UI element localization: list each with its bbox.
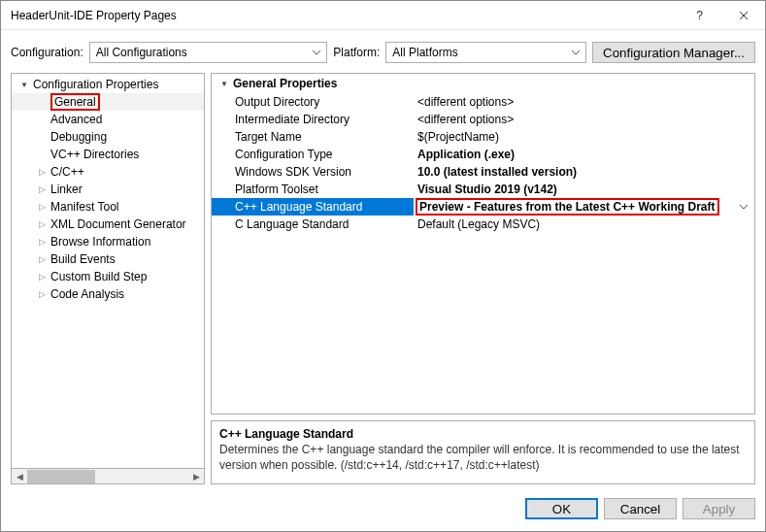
- property-value-text: Default (Legacy MSVC): [417, 217, 540, 231]
- property-value-text: <different options>: [417, 113, 514, 126]
- horizontal-scrollbar[interactable]: ◀ ▶: [11, 469, 205, 484]
- ok-button[interactable]: OK: [525, 498, 598, 519]
- expander-icon[interactable]: [35, 252, 49, 266]
- property-row[interactable]: Target Name$(ProjectName): [212, 128, 754, 146]
- expander-icon[interactable]: [35, 165, 49, 179]
- cancel-button[interactable]: Cancel: [604, 498, 677, 519]
- titlebar: HeaderUnit-IDE Property Pages ?: [1, 1, 765, 30]
- property-value[interactable]: Default (Legacy MSVC): [414, 217, 754, 231]
- dialog-footer: OK Cancel Apply: [1, 490, 765, 531]
- scroll-right-icon[interactable]: ▶: [188, 470, 204, 483]
- toolbar: Configuration: All Configurations Platfo…: [1, 30, 765, 73]
- scroll-left-icon[interactable]: ◀: [12, 470, 27, 483]
- tree-item[interactable]: Linker: [12, 181, 204, 198]
- tree-item[interactable]: General: [12, 93, 204, 111]
- tree-item[interactable]: Build Events: [12, 250, 204, 268]
- tree-item-label: Linker: [50, 183, 83, 196]
- configuration-label: Configuration:: [11, 46, 83, 59]
- configuration-manager-button[interactable]: Configuration Manager...: [592, 42, 755, 63]
- property-value[interactable]: <different options>: [414, 95, 754, 109]
- tree-item[interactable]: VC++ Directories: [12, 146, 204, 163]
- property-row[interactable]: Platform ToolsetVisual Studio 2019 (v142…: [212, 181, 754, 198]
- property-value-text: Visual Studio 2019 (v142): [417, 183, 557, 196]
- property-name: Output Directory: [212, 95, 414, 109]
- chevron-down-icon: [570, 50, 582, 55]
- tree-item[interactable]: Debugging: [12, 128, 204, 146]
- expander-icon[interactable]: [35, 270, 49, 283]
- tree-panel: Configuration PropertiesGeneralAdvancedD…: [11, 73, 205, 484]
- grid-section-title: General Properties: [233, 77, 337, 90]
- description-title: C++ Language Standard: [219, 427, 747, 441]
- tree-item[interactable]: Browse Information: [12, 233, 204, 250]
- body: Configuration PropertiesGeneralAdvancedD…: [1, 73, 765, 490]
- close-button[interactable]: [721, 1, 765, 30]
- property-row[interactable]: C Language StandardDefault (Legacy MSVC): [212, 216, 754, 233]
- property-row[interactable]: Windows SDK Version10.0 (latest installe…: [212, 163, 754, 181]
- tree-item-label: Debugging: [50, 130, 107, 144]
- platform-label: Platform:: [333, 46, 380, 59]
- property-name: Configuration Type: [212, 148, 414, 161]
- property-pages-dialog: HeaderUnit-IDE Property Pages ? Configur…: [0, 0, 766, 532]
- property-value[interactable]: Visual Studio 2019 (v142): [414, 183, 754, 196]
- expander-icon[interactable]: [35, 217, 49, 231]
- property-value-text: <different options>: [417, 95, 514, 109]
- property-name: C Language Standard: [212, 217, 414, 231]
- platform-value: All Platforms: [392, 46, 457, 59]
- property-name: Intermediate Directory: [212, 113, 414, 126]
- main-panel: General PropertiesOutput Directory<diffe…: [211, 73, 755, 484]
- tree[interactable]: Configuration PropertiesGeneralAdvancedD…: [11, 73, 205, 469]
- tree-item-label: Build Events: [50, 252, 116, 266]
- property-value-text: 10.0 (latest installed version): [417, 165, 577, 179]
- property-name: C++ Language Standard: [212, 200, 414, 214]
- expander-icon[interactable]: [35, 287, 49, 301]
- property-value[interactable]: Application (.exe): [414, 148, 754, 161]
- property-value-text: $(ProjectName): [417, 130, 499, 144]
- property-value[interactable]: <different options>: [414, 113, 754, 126]
- tree-item[interactable]: XML Document Generator: [12, 216, 204, 233]
- apply-button[interactable]: Apply: [683, 498, 755, 519]
- tree-item-label: XML Document Generator: [50, 217, 186, 231]
- description-body: Determines the C++ language standard the…: [219, 443, 747, 473]
- configuration-value: All Configurations: [96, 46, 187, 59]
- question-icon: ?: [696, 9, 703, 22]
- help-button[interactable]: ?: [678, 1, 721, 30]
- scrollbar-thumb[interactable]: [27, 470, 95, 483]
- property-name: Target Name: [212, 130, 414, 144]
- expander-icon[interactable]: [35, 183, 49, 196]
- expander-icon[interactable]: [35, 235, 49, 249]
- property-row[interactable]: Intermediate Directory<different options…: [212, 111, 754, 128]
- tree-item-label: VC++ Directories: [50, 148, 139, 161]
- tree-item[interactable]: Custom Build Step: [12, 268, 204, 285]
- tree-item-label: Manifest Tool: [50, 200, 118, 214]
- property-value[interactable]: Preview - Features from the Latest C++ W…: [414, 198, 754, 216]
- close-icon: [739, 11, 749, 20]
- property-value-text: Application (.exe): [417, 148, 515, 161]
- property-row[interactable]: Configuration TypeApplication (.exe): [212, 146, 754, 163]
- tree-item[interactable]: Advanced: [12, 111, 204, 128]
- platform-combo[interactable]: All Platforms: [385, 42, 586, 63]
- tree-item-label: Advanced: [50, 113, 102, 126]
- window-title: HeaderUnit-IDE Property Pages: [11, 9, 678, 22]
- tree-item-label: Custom Build Step: [50, 270, 147, 283]
- tree-item-label: Code Analysis: [50, 287, 124, 301]
- chevron-down-icon: [311, 50, 322, 55]
- tree-root-label: Configuration Properties: [33, 78, 158, 91]
- property-row[interactable]: Output Directory<different options>: [212, 93, 754, 111]
- expander-icon[interactable]: [17, 78, 31, 91]
- property-value-text: Preview - Features from the Latest C++ W…: [416, 198, 719, 216]
- property-value[interactable]: $(ProjectName): [414, 130, 754, 144]
- expander-icon[interactable]: [217, 77, 231, 90]
- tree-item[interactable]: Manifest Tool: [12, 198, 204, 216]
- property-grid[interactable]: General PropertiesOutput Directory<diffe…: [211, 73, 755, 415]
- expander-icon[interactable]: [35, 200, 49, 214]
- property-value[interactable]: 10.0 (latest installed version): [414, 165, 754, 179]
- tree-item[interactable]: Code Analysis: [12, 285, 204, 303]
- description-panel: C++ Language Standard Determines the C++…: [211, 420, 755, 484]
- property-name: Windows SDK Version: [212, 165, 414, 179]
- grid-section-header[interactable]: General Properties: [212, 74, 754, 93]
- configuration-combo[interactable]: All Configurations: [89, 42, 328, 63]
- tree-root[interactable]: Configuration Properties: [12, 76, 204, 93]
- chevron-down-icon[interactable]: [737, 200, 750, 214]
- tree-item[interactable]: C/C++: [12, 163, 204, 181]
- property-row[interactable]: C++ Language StandardPreview - Features …: [212, 198, 754, 216]
